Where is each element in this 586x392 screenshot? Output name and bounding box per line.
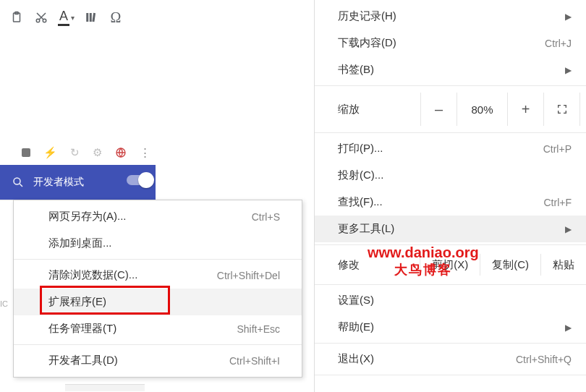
label: 下载内容(D) [338,36,396,50]
kebab-menu-icon[interactable]: ⋮ [140,146,150,159]
label: 退出(X) [338,352,374,366]
menu-item-extensions[interactable]: 扩展程序(E) [14,289,302,315]
menu-item-cast[interactable]: 投射(C)... [315,162,586,189]
cut-icon[interactable] [33,9,49,25]
label: 投射(C)... [338,169,383,182]
developer-mode-label: 开发者模式 [33,176,84,189]
svg-rect-4 [86,13,88,22]
divider [315,132,586,133]
shortcut: Ctrl+F [544,197,572,208]
shortcut: Ctrl+P [543,143,572,155]
more-tools-submenu: 网页另存为(A)... Ctrl+S 添加到桌面... 清除浏览数据(C)...… [13,200,302,378]
omega-icon[interactable]: Ω [108,9,124,25]
zoom-controls: – 80% + [420,93,580,126]
shortcut: Ctrl+Shift+I [229,355,280,367]
paste-icon[interactable] [9,9,25,25]
menu-item-bookmarks[interactable]: 书签(B) ▶ [315,56,586,83]
menu-item-find[interactable]: 查找(F)... Ctrl+F [315,189,586,216]
divider [315,343,586,344]
chevron-right-icon: ▶ [565,12,572,22]
divider [14,344,302,345]
edit-row: 修改 剪切(X) 复制(C) 粘贴 [315,247,586,282]
divider [315,244,586,245]
cropped-text: IC [0,299,8,308]
divider [315,375,586,375]
zoom-in-button[interactable]: + [508,93,544,126]
svg-rect-5 [90,13,92,22]
chevron-right-icon: ▶ [565,65,572,75]
bolt-icon[interactable]: ⚡ [43,146,57,159]
unknown-ext-icon[interactable] [22,148,30,157]
zoom-out-button[interactable]: – [421,93,457,126]
menu-item-developer-tools[interactable]: 开发者工具(D) Ctrl+Shift+I [14,347,302,374]
zoom-label: 缩放 [338,103,360,116]
menu-item-more-tools[interactable]: 更多工具(L) ▶ [315,216,586,242]
chevron-right-icon: ▶ [565,224,572,234]
divider [14,259,302,260]
text-color-control[interactable]: A ▾ [58,9,75,26]
label: 更多工具(L) [338,222,394,236]
menu-item-history[interactable]: 历史记录(H) ▶ [315,3,586,30]
label: 打印(P)... [338,142,383,155]
chrome-main-menu: 历史记录(H) ▶ 下载内容(D) Ctrl+J 书签(B) ▶ 缩放 – 80… [314,0,586,392]
chevron-right-icon: ▶ [565,323,572,333]
shortcut: Shift+Esc [237,323,280,335]
label: 开发者工具(D) [48,354,118,367]
menu-item-save-as[interactable]: 网页另存为(A)... Ctrl+S [14,203,302,230]
shortcut: Ctrl+J [545,38,572,49]
globe-icon[interactable] [115,147,127,158]
menu-item-clear-browsing-data[interactable]: 清除浏览数据(C)... Ctrl+Shift+Del [14,262,302,289]
cropped-tab-fragment [65,384,145,391]
label: 帮助(E) [338,320,374,334]
library-icon[interactable] [83,9,99,25]
menu-item-help[interactable]: 帮助(E) ▶ [315,314,586,341]
svg-point-8 [14,178,20,184]
settings-icon[interactable]: ⚙ [93,146,102,159]
label: 清除浏览数据(C)... [48,268,137,282]
label: 扩展程序(E) [48,295,106,309]
menu-item-add-to-desktop[interactable]: 添加到桌面... [14,230,302,257]
svg-rect-6 [92,13,95,22]
label: 任务管理器(T) [48,322,116,336]
menu-item-task-manager[interactable]: 任务管理器(T) Shift+Esc [14,315,302,342]
caret-down-icon: ▾ [71,14,75,22]
menu-item-downloads[interactable]: 下载内容(D) Ctrl+J [315,30,586,56]
edit-cut[interactable]: 剪切(X) [420,254,480,276]
edit-copy[interactable]: 复制(C) [480,254,540,276]
edit-paste[interactable]: 粘贴 [540,254,586,276]
divider [315,85,586,86]
text-A-icon: A [58,9,69,26]
developer-mode-toggle[interactable] [127,175,151,185]
search-icon[interactable] [12,176,25,189]
edit-label: 修改 [338,258,360,272]
reload-icon[interactable]: ↻ [70,146,80,159]
zoom-row: 缩放 – 80% + [315,88,586,130]
menu-item-print[interactable]: 打印(P)... Ctrl+P [315,135,586,162]
editor-toolbar: A ▾ Ω [9,9,124,26]
label: 添加到桌面... [48,237,112,250]
label: 查找(F)... [338,195,383,209]
fullscreen-button[interactable] [544,93,580,126]
zoom-value: 80% [457,93,508,126]
extension-page-fragment: ⚡ ↻ ⚙ ⋮ 开发者模式 [0,145,156,200]
label: 设置(S) [338,294,374,307]
label: 历史记录(H) [338,9,396,23]
divider [315,284,586,285]
shortcut: Ctrl+Shift+Q [516,354,572,365]
browser-icon-row: ⚡ ↻ ⚙ ⋮ [0,145,156,165]
developer-mode-bar: 开发者模式 [0,165,156,200]
label: 网页另存为(A)... [48,210,127,223]
shortcut: Ctrl+Shift+Del [217,270,280,281]
shortcut: Ctrl+S [252,211,280,223]
menu-item-exit[interactable]: 退出(X) Ctrl+Shift+Q [315,346,586,372]
label: 书签(B) [338,63,374,77]
menu-item-settings[interactable]: 设置(S) [315,287,586,314]
